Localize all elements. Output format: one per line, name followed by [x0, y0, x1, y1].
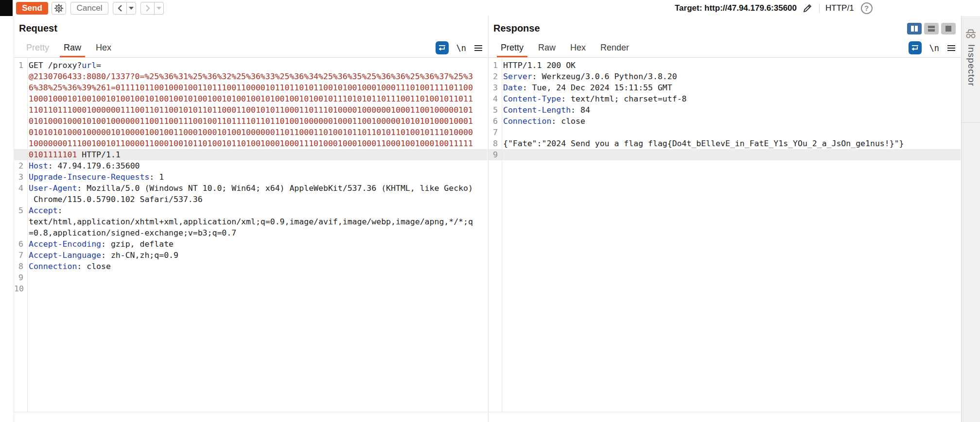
chevron-left-icon: [117, 4, 123, 12]
request-footer: [14, 412, 488, 422]
word-wrap-icon[interactable]: [909, 41, 922, 54]
line-number: [14, 82, 25, 93]
line-number: 9: [14, 272, 25, 283]
code-line-text: =0.8,application/signed-exchange;v=b3;q=…: [25, 227, 236, 238]
request-editor[interactable]: 1GET /proxy?url=@2130706433:8080/1337?0=…: [14, 58, 488, 412]
history-forward-dropdown[interactable]: [154, 2, 163, 14]
code-line-text: Accept-Encoding: gzip, deflate: [25, 238, 174, 250]
code-row: 9: [489, 149, 961, 160]
code-row: 10: [14, 283, 488, 294]
code-row: 5Content-Length: 84: [489, 104, 961, 116]
line-number: [14, 149, 25, 160]
history-back-dropdown[interactable]: [126, 2, 136, 14]
word-wrap-icon[interactable]: [436, 41, 449, 54]
tab-raw[interactable]: Raw: [531, 38, 563, 57]
code-row: 1GET /proxy?url=: [14, 60, 488, 71]
code-line-text: 1000000011100100101100001100010010110100…: [25, 138, 473, 149]
code-line-text: Connection: close: [500, 116, 585, 127]
http-version-label[interactable]: HTTP/1: [825, 3, 854, 13]
target-label: Target:: [675, 3, 704, 13]
code-line-text: @2130706433:8080/1337?0=%25%36%31%25%36%…: [25, 71, 473, 82]
code-line-text: GET /proxy?url=: [25, 60, 101, 71]
code-line-text: Content-Length: 84: [500, 104, 590, 116]
code-line-text: {"Fate":"2024 Send you a flag flag{Do4t_…: [500, 138, 904, 149]
tab-pretty: Pretty: [19, 38, 56, 57]
line-number: 5: [489, 104, 500, 116]
tab-pretty[interactable]: Pretty: [493, 38, 531, 57]
code-row: 1HTTP/1.1 200 OK: [489, 60, 961, 71]
response-header: Response: [489, 16, 961, 38]
split-columns-view-icon[interactable]: [907, 23, 922, 34]
line-number: 1: [489, 60, 500, 71]
top-toolbar: Send Cancel: [0, 0, 980, 16]
request-panel: Request PrettyRawHex \n 1: [14, 16, 488, 422]
toolbar-separator: [819, 3, 820, 13]
tab-raw[interactable]: Raw: [56, 38, 88, 57]
code-line-text: Accept-Language: zh-CN,zh;q=0.9: [25, 250, 178, 261]
request-tabs: PrettyRawHex \n: [14, 38, 488, 58]
code-row: 6%38%25%36%39%261=0111101100100010011011…: [14, 82, 488, 93]
line-number: [14, 216, 25, 227]
line-number: [14, 93, 25, 104]
code-row: 8Connection: close: [14, 261, 488, 272]
line-number: [14, 194, 25, 205]
show-newlines-icon[interactable]: \n: [456, 43, 466, 53]
send-button[interactable]: Send: [16, 2, 48, 15]
target-area: Target: http://47.94.179.6:35600 HTTP/1 …: [675, 0, 873, 16]
help-glyph: ?: [864, 4, 869, 12]
edit-target-pencil-icon[interactable]: [802, 2, 813, 14]
code-line-text: text/html,application/xhtml+xml,applicat…: [25, 216, 473, 227]
code-line-text: 0101010100010000010100001001001100010001…: [25, 127, 473, 138]
response-editor[interactable]: 1HTTP/1.1 200 OK2Server: Werkzeug/3.0.6 …: [489, 58, 961, 412]
line-number: 4: [14, 183, 25, 194]
tab-hex[interactable]: Hex: [563, 38, 593, 57]
code-row: 3Upgrade-Insecure-Requests: 1: [14, 171, 488, 183]
tab-hex[interactable]: Hex: [88, 38, 119, 57]
history-forward-button[interactable]: [141, 2, 154, 14]
code-row: 3Date: Tue, 24 Dec 2024 15:11:55 GMT: [489, 82, 961, 93]
chevron-right-icon: [144, 4, 151, 12]
line-number: 6: [14, 238, 25, 250]
inspector-sidebar-tab[interactable]: Inspector: [961, 16, 980, 422]
code-line-text: Server: Werkzeug/3.0.6 Python/3.8.20: [500, 71, 677, 82]
send-settings-button[interactable]: [52, 2, 66, 15]
code-row: 9: [14, 272, 488, 283]
code-line-text: User-Agent: Mozilla/5.0 (Windows NT 10.0…: [25, 183, 473, 194]
inspector-section-divider: [962, 122, 980, 123]
code-row: 0101010100010000010100001001001100010001…: [14, 127, 488, 138]
code-row: 8{"Fate":"2024 Send you a flag flag{Do4t…: [489, 138, 961, 149]
line-number: 4: [489, 93, 500, 104]
single-panel-view-icon[interactable]: [941, 23, 956, 34]
line-number: 3: [14, 171, 25, 183]
line-number: 7: [489, 127, 500, 138]
history-back-button[interactable]: [113, 2, 126, 14]
code-row: 0101000100010100100000011001100111001001…: [14, 116, 488, 127]
code-line-text: HTTP/1.1 200 OK: [500, 60, 576, 71]
incognito-inspector-icon: [964, 29, 977, 39]
split-rows-view-icon[interactable]: [924, 23, 939, 34]
hamburger-menu-icon[interactable]: [947, 45, 956, 51]
line-number: 8: [489, 138, 500, 149]
help-question-icon[interactable]: ?: [861, 2, 873, 14]
code-row: 1101101110001000000111001101100101011011…: [14, 104, 488, 116]
line-number: [14, 227, 25, 238]
line-number: [14, 138, 25, 149]
line-number: [14, 127, 25, 138]
request-title: Request: [19, 23, 57, 34]
code-row: @2130706433:8080/1337?0=%25%36%31%25%36%…: [14, 71, 488, 82]
gutter-divider: [27, 58, 28, 412]
line-number: 8: [14, 261, 25, 272]
line-number: 3: [489, 82, 500, 93]
gutter-divider: [502, 58, 502, 412]
cancel-button[interactable]: Cancel: [70, 2, 108, 15]
code-line-text: Content-Type: text/html; charset=utf-8: [500, 93, 687, 104]
tab-render[interactable]: Render: [593, 38, 636, 57]
inspector-label: Inspector: [966, 44, 977, 86]
code-line-text: Upgrade-Insecure-Requests: 1: [25, 171, 164, 183]
line-number: 1: [14, 60, 25, 71]
code-row: 0101111101 HTTP/1.1: [14, 149, 488, 160]
hamburger-menu-icon[interactable]: [474, 45, 483, 51]
show-newlines-icon[interactable]: \n: [929, 43, 939, 53]
line-number: 2: [14, 160, 25, 171]
history-forward-group: [140, 2, 164, 15]
